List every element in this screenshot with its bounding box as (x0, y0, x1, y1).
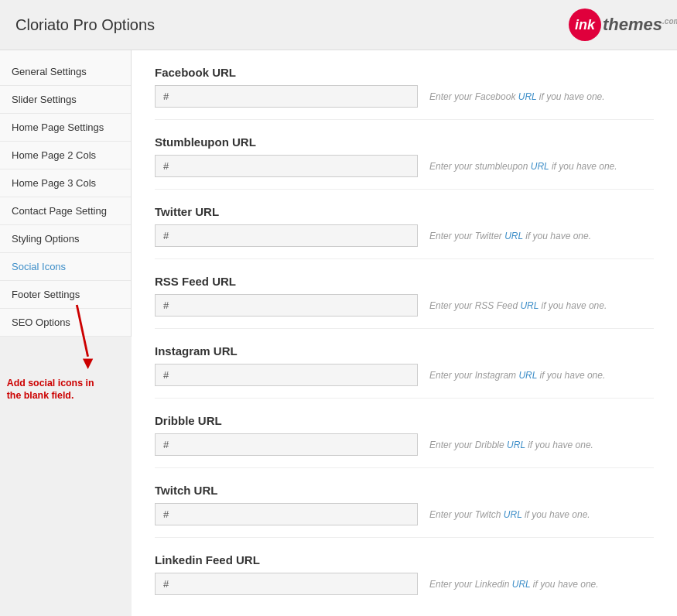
svg-text:Add social icons in: Add social icons in (7, 378, 94, 388)
sidebar-item-general-settings[interactable]: General Settings (0, 58, 131, 86)
field-input-2[interactable] (155, 224, 418, 247)
field-row: Enter your Instagram URL if you have one… (155, 364, 654, 386)
field-hint-0: Enter your Facebook URL if you have one. (429, 91, 605, 102)
sidebar: General SettingsSlider SettingsHome Page… (0, 50, 132, 337)
field-label-1: Stumbleupon URL (155, 135, 654, 149)
field-hint-6: Enter your Twitch URL if you have one. (429, 509, 590, 520)
field-hint-7: Enter your Linkedin URL if you have one. (429, 579, 599, 590)
sidebar-item-home-page-2-cols[interactable]: Home Page 2 Cols (0, 142, 131, 169)
field-group: Facebook URLEnter your Facebook URL if y… (155, 66, 654, 120)
field-label-0: Facebook URL (155, 66, 654, 79)
field-row: Enter your Twitter URL if you have one. (155, 224, 654, 247)
field-group: Dribble URLEnter your Dribble URL if you… (155, 414, 654, 468)
field-group: Twitch URLEnter your Twitch URL if you h… (155, 484, 654, 538)
logo-themes-text: themes.com (603, 15, 677, 35)
field-row: Enter your Facebook URL if you have one. (155, 85, 654, 108)
logo-container: ink themes.com (569, 9, 662, 40)
field-row: Enter your stumbleupon URL if you have o… (155, 155, 654, 177)
field-input-3[interactable] (155, 294, 418, 317)
sidebar-item-home-page-settings[interactable]: Home Page Settings (0, 114, 131, 142)
field-label-3: RSS Feed URL (155, 275, 654, 288)
field-label-5: Dribble URL (155, 414, 654, 427)
field-hint-2: Enter your Twitter URL if you have one. (429, 231, 591, 241)
field-group: Twitter URLEnter your Twitter URL if you… (155, 205, 654, 259)
page-title: Cloriato Pro Options (15, 16, 155, 34)
field-row: Enter your RSS Feed URL if you have one. (155, 294, 654, 317)
field-label-4: Instagram URL (155, 344, 654, 358)
main-layout: General SettingsSlider SettingsHome Page… (0, 50, 677, 616)
sidebar-item-seo-options[interactable]: SEO Options (0, 309, 131, 337)
field-group: Instagram URLEnter your Instagram URL if… (155, 344, 654, 399)
field-hint-4: Enter your Instagram URL if you have one… (429, 370, 605, 381)
field-input-0[interactable] (155, 85, 418, 108)
sidebar-item-home-page-3-cols[interactable]: Home Page 3 Cols (0, 169, 131, 197)
field-group: Stumbleupon URLEnter your stumbleupon UR… (155, 135, 654, 190)
field-hint-1: Enter your stumbleupon URL if you have o… (429, 161, 617, 172)
field-label-7: Linkedin Feed URL (155, 553, 654, 566)
svg-text:the blank field.: the blank field. (7, 390, 74, 401)
sidebar-item-social-icons[interactable]: Social Icons (0, 253, 131, 281)
content-area: Facebook URLEnter your Facebook URL if y… (132, 50, 677, 616)
logo: ink themes.com (569, 9, 662, 40)
sidebar-item-styling-options[interactable]: Styling Options (0, 225, 131, 253)
field-group: RSS Feed URLEnter your RSS Feed URL if y… (155, 275, 654, 329)
sidebar-item-footer-settings[interactable]: Footer Settings (0, 281, 131, 309)
field-input-1[interactable] (155, 155, 418, 177)
field-input-5[interactable] (155, 433, 418, 456)
field-row: Enter your Dribble URL if you have one. (155, 433, 654, 456)
header: Cloriato Pro Options ink themes.com (0, 0, 677, 50)
field-input-7[interactable] (155, 573, 418, 595)
svg-marker-1 (83, 359, 93, 369)
field-group: Linkedin Feed URLEnter your Linkedin URL… (155, 553, 654, 607)
sidebar-item-slider-settings[interactable]: Slider Settings (0, 86, 131, 114)
field-label-6: Twitch URL (155, 484, 654, 497)
page-wrapper: Cloriato Pro Options ink themes.com Gene… (0, 0, 677, 616)
field-input-4[interactable] (155, 364, 418, 386)
field-hint-5: Enter your Dribble URL if you have one. (429, 440, 593, 450)
field-row: Enter your Linkedin URL if you have one. (155, 573, 654, 595)
field-input-6[interactable] (155, 503, 418, 525)
field-label-2: Twitter URL (155, 205, 654, 218)
sidebar-wrapper: General SettingsSlider SettingsHome Page… (0, 50, 132, 616)
field-hint-3: Enter your RSS Feed URL if you have one. (429, 300, 607, 311)
field-row: Enter your Twitch URL if you have one. (155, 503, 654, 525)
sidebar-item-contact-page-setting[interactable]: Contact Page Setting (0, 197, 131, 225)
logo-ink-icon: ink (569, 9, 601, 41)
